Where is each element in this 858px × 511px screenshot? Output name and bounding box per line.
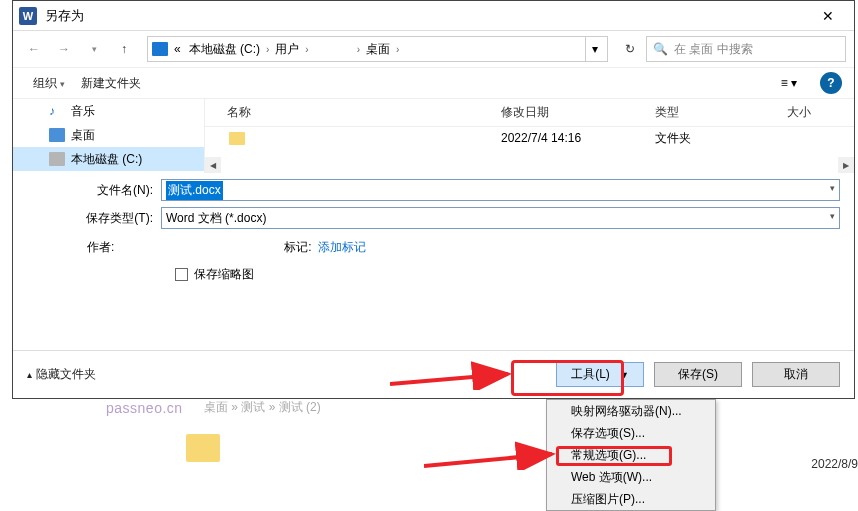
bg-breadcrumb: 桌面 » 测试 » 测试 (2) [104,397,858,422]
filetype-select[interactable]: Word 文档 (*.docx) ▾ [161,207,840,229]
search-icon: 🔍 [653,42,668,56]
list-item-type: 文件夹 [655,130,787,147]
tag-label: 标记: [284,239,311,256]
tools-button[interactable]: 工具(L) ▼ [556,362,644,387]
navbar: ← → ▾ ↑ « 本地磁盘 (C:) › 用户 › › 桌面 › ▾ ↻ 🔍 … [13,31,854,67]
sidebar-label: 音乐 [71,103,95,120]
column-date[interactable]: 修改日期 [501,104,655,121]
author-label: 作者: [87,239,114,256]
tag-value[interactable]: 添加标记 [318,239,366,256]
checkbox-icon [175,268,188,281]
thumbnail-label: 保存缩略图 [194,266,254,283]
cancel-button[interactable]: 取消 [752,362,840,387]
filetype-value: Word 文档 (*.docx) [166,210,266,227]
list-header: 名称 修改日期 类型 大小 [205,99,854,127]
watermark: passneo.cn [106,400,183,416]
chevron-up-icon: ▴ [27,369,32,380]
hide-folders-label: 隐藏文件夹 [36,366,96,383]
help-button[interactable]: ? [820,72,842,94]
breadcrumb[interactable]: « 本地磁盘 (C:) › 用户 › › 桌面 › ▾ [147,36,608,62]
sidebar-label: 桌面 [71,127,95,144]
titlebar: W 另存为 ✕ [13,1,854,31]
filename-label: 文件名(N): [27,182,161,199]
dialog-title: 另存为 [45,7,808,25]
drive-icon [152,42,168,56]
word-icon: W [19,7,37,25]
list-item-date: 2022/7/4 14:16 [501,131,655,145]
scroll-right-icon[interactable]: ▶ [838,157,854,173]
menu-compress-pictures[interactable]: 压缩图片(P)... [547,488,715,510]
menu-save-options[interactable]: 保存选项(S)... [547,422,715,444]
folder-icon [229,132,245,145]
sidebar-label: 本地磁盘 (C:) [71,151,142,168]
filename-value: 测试.docx [166,181,223,200]
chevron-down-icon[interactable]: ▾ [830,183,835,193]
filename-input[interactable]: 测试.docx ▾ [161,179,840,201]
sidebar-item-music[interactable]: ♪ 音乐 [13,99,204,123]
filetype-label: 保存类型(T): [27,210,161,227]
save-as-dialog: W 另存为 ✕ ← → ▾ ↑ « 本地磁盘 (C:) › 用户 › › 桌面 … [12,0,855,399]
scroll-left-icon[interactable]: ◀ [205,157,221,173]
footer: ▴ 隐藏文件夹 工具(L) ▼ 保存(S) 取消 [13,350,854,398]
up-button[interactable]: ↑ [111,36,137,62]
form-area: 文件名(N): 测试.docx ▾ 保存类型(T): Word 文档 (*.do… [13,173,854,286]
bg-row [104,422,858,474]
menu-general-options[interactable]: 常规选项(G)... [547,444,715,466]
menu-web-options[interactable]: Web 选项(W)... [547,466,715,488]
new-folder-button[interactable]: 新建文件夹 [73,72,149,95]
chevron-right-icon: › [266,44,269,55]
list-item[interactable]: 2022/7/4 14:16 文件夹 [205,127,854,149]
thumbnail-checkbox[interactable]: 保存缩略图 [175,266,254,283]
search-input[interactable]: 🔍 在 桌面 中搜索 [646,36,846,62]
horizontal-scrollbar[interactable]: ◀ ▶ [205,157,854,173]
bg-row-date: 2022/8/9 [811,457,858,471]
breadcrumb-dropdown[interactable]: ▾ [585,37,603,61]
sidebar-item-desktop[interactable]: 桌面 [13,123,204,147]
save-button[interactable]: 保存(S) [654,362,742,387]
breadcrumb-desktop[interactable]: 桌面 [364,41,392,58]
chevron-right-icon: › [305,44,308,55]
recent-dropdown-icon[interactable]: ▾ [81,36,107,62]
organize-button[interactable]: 组织 [25,72,73,95]
tools-menu: 映射网络驱动器(N)... 保存选项(S)... 常规选项(G)... Web … [546,399,716,511]
close-button[interactable]: ✕ [808,2,848,30]
column-type[interactable]: 类型 [655,104,787,121]
toolbar: 组织 新建文件夹 ≡ ▾ ? [13,67,854,99]
search-placeholder: 在 桌面 中搜索 [674,41,753,58]
breadcrumb-users[interactable]: 用户 [273,41,301,58]
music-icon: ♪ [49,104,65,118]
back-button[interactable]: ← [21,36,47,62]
chevron-down-icon[interactable]: ▾ [830,211,835,221]
file-list: 名称 修改日期 类型 大小 2022/7/4 14:16 文件夹 ◀ ▶ [205,99,854,173]
sidebar-item-disk[interactable]: 本地磁盘 (C:) [13,147,204,171]
forward-button[interactable]: → [51,36,77,62]
menu-map-drive[interactable]: 映射网络驱动器(N)... [547,400,715,422]
hide-folders-button[interactable]: ▴ 隐藏文件夹 [27,366,96,383]
breadcrumb-drive[interactable]: 本地磁盘 (C:) [187,41,262,58]
tools-label: 工具(L) [571,366,610,383]
view-button[interactable]: ≡ ▾ [764,73,814,93]
refresh-button[interactable]: ↻ [618,37,642,61]
breadcrumb-root[interactable]: « [172,42,183,56]
desktop-icon [49,128,65,142]
chevron-right-icon: › [396,44,399,55]
chevron-down-icon: ▼ [620,370,629,380]
sidebar: ♪ 音乐 桌面 本地磁盘 (C:) [13,99,205,173]
column-name[interactable]: 名称 [205,104,501,121]
column-size[interactable]: 大小 [787,104,854,121]
chevron-right-icon: › [357,44,360,55]
disk-icon [49,152,65,166]
folder-icon [186,434,220,462]
